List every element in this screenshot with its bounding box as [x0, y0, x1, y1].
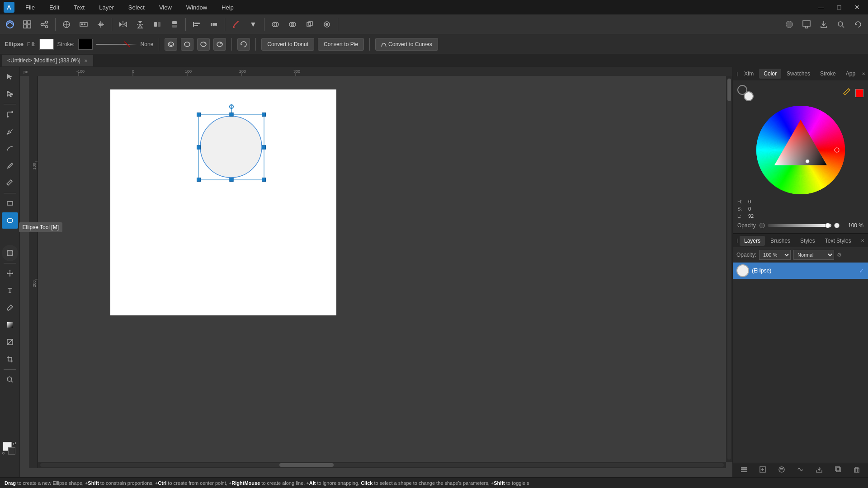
- mask-icon[interactable]: [778, 466, 785, 474]
- tab-color[interactable]: Color: [759, 69, 781, 79]
- handle-bl[interactable]: [197, 178, 201, 182]
- convert-pie-btn[interactable]: Convert to Pie: [318, 38, 364, 51]
- color-eyedropper-btn[interactable]: [842, 88, 851, 99]
- tab-app[interactable]: App: [841, 69, 860, 79]
- rectangle-tool-btn[interactable]: [2, 195, 18, 211]
- layer-visibility-icon[interactable]: ✓: [859, 267, 864, 274]
- toolbar-retina-btn[interactable]: [798, 16, 815, 33]
- brush-tool-btn[interactable]: [2, 158, 18, 174]
- toolbar-pixel-btn[interactable]: [75, 16, 92, 33]
- ellipse-icon-2[interactable]: [181, 38, 193, 51]
- menu-help[interactable]: Help: [218, 2, 237, 13]
- panel-collapse-btn[interactable]: ‖: [736, 71, 739, 76]
- layers-blend-select[interactable]: Normal: [793, 250, 834, 260]
- stroke-color-swatch[interactable]: [78, 39, 93, 50]
- handle-mr[interactable]: [262, 145, 266, 149]
- node-tool-btn[interactable]: [2, 86, 18, 102]
- handle-ml[interactable]: [197, 145, 201, 149]
- rounded-rect-btn[interactable]: [2, 245, 18, 261]
- toolbar-brush-arrow-btn[interactable]: ▼: [245, 16, 261, 33]
- menu-edit[interactable]: Edit: [46, 2, 63, 13]
- toolbar-brush-btn[interactable]: [228, 16, 244, 33]
- ellipse-rotate-icon[interactable]: [237, 38, 250, 51]
- handle-tm[interactable]: [229, 113, 233, 117]
- gradient-btn[interactable]: [2, 317, 18, 333]
- eyedropper-btn[interactable]: [2, 300, 18, 316]
- select-tool-btn[interactable]: [2, 69, 18, 85]
- toolbar-preview-btn[interactable]: [781, 16, 797, 33]
- red-color-swatch[interactable]: [855, 89, 863, 97]
- ellipse-icon-1[interactable]: [165, 38, 177, 51]
- toolbar-distribute-btn[interactable]: [206, 16, 222, 33]
- background-swatch[interactable]: [8, 447, 15, 455]
- handle-tl[interactable]: [197, 113, 201, 117]
- ellipse-selected[interactable]: [198, 114, 264, 180]
- handle-tr[interactable]: [262, 113, 266, 117]
- crop-btn[interactable]: [2, 351, 18, 367]
- minimize-button[interactable]: —: [814, 3, 828, 12]
- swap-colors-icon[interactable]: ⇄: [13, 441, 16, 446]
- ellipse-shape[interactable]: [198, 114, 264, 180]
- menu-view[interactable]: View: [156, 2, 175, 13]
- toolbar-mirror-h-btn[interactable]: [149, 16, 165, 33]
- layer-row-ellipse[interactable]: (Ellipse) ✓: [733, 263, 868, 279]
- layers-pin-btn[interactable]: ✕: [861, 238, 864, 243]
- close-button[interactable]: ✕: [850, 3, 864, 12]
- toolbar-bool2-btn[interactable]: [284, 16, 301, 33]
- toolbar-bool1-btn[interactable]: [267, 16, 283, 33]
- reset-colors-icon[interactable]: ↺: [2, 451, 5, 455]
- tab-brushes[interactable]: Brushes: [766, 236, 795, 246]
- maximize-button[interactable]: □: [832, 3, 846, 12]
- canvas-page[interactable]: [110, 89, 336, 315]
- toolbar-snap-btn[interactable]: [58, 16, 75, 33]
- scrollbar-h[interactable]: [38, 462, 726, 468]
- toolbar-mirror-v-btn[interactable]: [166, 16, 183, 33]
- panel-pin-btn[interactable]: ✕: [862, 71, 865, 76]
- zoom-tool-btn[interactable]: [2, 371, 18, 388]
- toolbar-macro-btn[interactable]: [93, 16, 109, 33]
- canvas-area[interactable]: px -100 0 100 200 300 100: [20, 67, 732, 477]
- toolbar-persona-btn[interactable]: [2, 16, 18, 33]
- smart-pen-btn[interactable]: [2, 141, 18, 157]
- toolbar-flip-v-btn[interactable]: [132, 16, 148, 33]
- layers-collapse-btn[interactable]: ‖: [736, 238, 739, 243]
- menu-layer[interactable]: Layer: [95, 2, 118, 13]
- tab-layers[interactable]: Layers: [740, 236, 765, 246]
- toolbar-share-btn[interactable]: [36, 16, 52, 33]
- convert-donut-btn[interactable]: Convert to Donut: [261, 38, 314, 51]
- tab-styles[interactable]: Styles: [796, 236, 820, 246]
- tab-xfm[interactable]: Xfm: [740, 69, 758, 79]
- toolbar-export-btn[interactable]: [816, 16, 832, 33]
- toolbar-zoom-btn[interactable]: [833, 16, 849, 33]
- duplicate-layer-icon[interactable]: [835, 466, 842, 474]
- ellipse-icon-3[interactable]: [197, 38, 210, 51]
- tab-stroke[interactable]: Stroke: [816, 69, 840, 79]
- document-tab[interactable]: <Untitled> [Modified] (333.0%) ✕: [2, 55, 93, 66]
- transparency-btn[interactable]: [2, 334, 18, 350]
- layers-gear-icon[interactable]: ⚙: [837, 252, 842, 258]
- ellipse-icon-4[interactable]: [213, 38, 226, 51]
- erase-tool-btn[interactable]: [2, 175, 18, 191]
- doc-tab-close[interactable]: ✕: [84, 58, 88, 63]
- convert-curves-btn[interactable]: Convert to Curves: [375, 38, 438, 51]
- menu-file[interactable]: File: [22, 2, 38, 13]
- export-layer-icon[interactable]: [816, 466, 823, 474]
- layers-icon[interactable]: [741, 466, 748, 474]
- handle-bm[interactable]: [229, 178, 233, 182]
- tab-swatches[interactable]: Swatches: [782, 69, 815, 79]
- fx-icon[interactable]: [797, 466, 804, 474]
- toolbar-align-left-btn[interactable]: [189, 16, 205, 33]
- text-tool-btn[interactable]: [2, 282, 18, 299]
- toolbar-flip-h-btn[interactable]: [115, 16, 131, 33]
- handle-br[interactable]: [262, 178, 266, 182]
- toolbar-history-btn[interactable]: [850, 16, 866, 33]
- fg-color-circle[interactable]: [737, 85, 747, 95]
- menu-text[interactable]: Text: [70, 2, 88, 13]
- scrollbar-v[interactable]: [726, 76, 732, 462]
- toolbar-bool3-btn[interactable]: [302, 16, 318, 33]
- menu-select[interactable]: Select: [125, 2, 148, 13]
- corner-tool-btn[interactable]: [2, 106, 18, 122]
- delete-layer-icon[interactable]: [853, 466, 860, 474]
- fill-color-swatch[interactable]: [39, 39, 54, 50]
- scroll-thumb-h[interactable]: [279, 463, 334, 467]
